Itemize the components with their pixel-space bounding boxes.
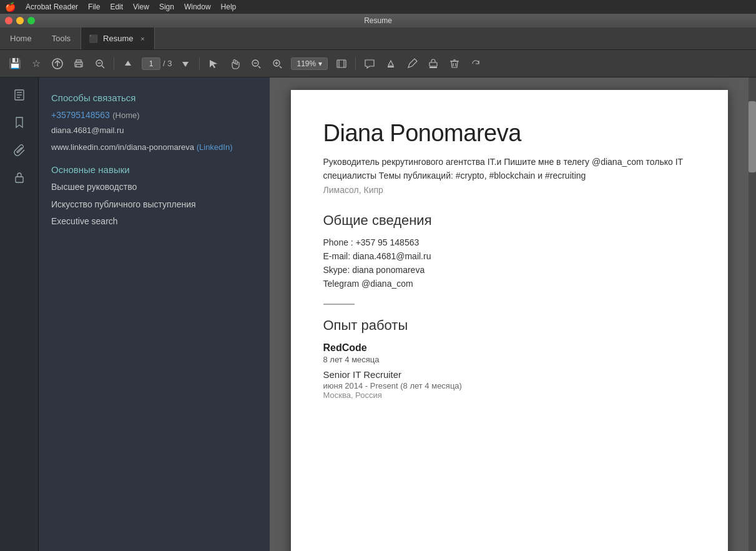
- work-duration: 8 лет 4 месяца: [323, 355, 695, 364]
- menu-view[interactable]: View: [133, 2, 149, 11]
- work-dates: июня 2014 - Present (8 лет 4 месяца): [323, 381, 695, 390]
- skill-item-1: Высшее руководство: [51, 181, 257, 194]
- zoom-level-value: 119%: [297, 59, 316, 68]
- highlight-button[interactable]: [383, 56, 398, 71]
- work-company: RedCode: [323, 342, 695, 354]
- work-title: Senior IT Recruiter: [323, 369, 695, 380]
- page-number-input[interactable]: [142, 57, 160, 70]
- work-city: Москва, Россия: [323, 390, 695, 400]
- skill-item-2: Искусство публичного выступления: [51, 199, 257, 211]
- zoom-out-button[interactable]: [248, 56, 263, 71]
- tab-close-button[interactable]: ×: [138, 34, 147, 43]
- resume-subtitle: Руководитель рекрутингового агентства IT…: [323, 156, 695, 182]
- cursor-tool-button[interactable]: [206, 56, 221, 71]
- toolbar: 💾 ☆ / 3 119% ▾: [0, 50, 756, 77]
- svg-marker-8: [182, 62, 189, 67]
- zoom-fit-button[interactable]: [92, 56, 107, 71]
- tab-document[interactable]: ⬛ Resume ×: [81, 27, 155, 49]
- pdf-icon: ⬛: [89, 34, 98, 43]
- fit-page-button[interactable]: [334, 56, 349, 71]
- tab-home[interactable]: Home: [0, 27, 42, 49]
- close-button[interactable]: [5, 17, 12, 24]
- menu-sign[interactable]: Sign: [159, 2, 174, 11]
- page-total: / 3: [163, 59, 172, 68]
- rotate-button[interactable]: [468, 56, 483, 71]
- scrollbar-thumb[interactable]: [749, 101, 756, 172]
- pdf-page: Diana Ponomareva Руководитель рекрутинго…: [291, 90, 728, 551]
- bookmark-button[interactable]: ☆: [29, 56, 44, 71]
- sidebar-email: diana.4681@mail.ru: [51, 126, 257, 135]
- svg-marker-9: [210, 60, 217, 68]
- draw-button[interactable]: [405, 56, 420, 71]
- pdf-content-area[interactable]: Diana Ponomareva Руководитель рекрутинго…: [270, 77, 749, 551]
- linkedin-url[interactable]: www.linkedin.com/in/diana-ponomareva: [51, 142, 194, 152]
- apple-menu[interactable]: 🍎: [5, 2, 16, 12]
- menu-bar: 🍎 Acrobat Reader File Edit View Sign Win…: [0, 0, 756, 14]
- skills-section-title: Основные навыки: [51, 164, 257, 175]
- pages-panel-button[interactable]: [6, 82, 33, 107]
- zoom-dropdown-icon: ▾: [318, 59, 322, 68]
- svg-rect-21: [430, 62, 437, 66]
- svg-rect-17: [337, 60, 346, 67]
- resume-skype-line: Skype: diana ponomareva: [323, 265, 695, 275]
- zoom-in-button[interactable]: [270, 56, 285, 71]
- window-title: Resume: [364, 16, 392, 25]
- window-controls: [5, 17, 35, 24]
- tab-bar: Home Tools ⬛ Resume ×: [0, 27, 756, 50]
- skill-item-3: Executive search: [51, 216, 257, 228]
- svg-line-5: [102, 66, 104, 68]
- phone-container: +35795148563 (Home): [51, 109, 257, 121]
- stamp-button[interactable]: [426, 56, 441, 71]
- delete-button[interactable]: [447, 56, 462, 71]
- linkedin-label: (LinkedIn): [197, 142, 233, 152]
- prev-page-button[interactable]: [120, 56, 135, 71]
- attachments-panel-button[interactable]: [6, 137, 33, 162]
- maximize-button[interactable]: [27, 17, 35, 24]
- svg-line-14: [280, 66, 282, 68]
- phone-label: (Home): [112, 111, 139, 120]
- svg-rect-29: [16, 177, 23, 182]
- svg-line-11: [258, 66, 260, 68]
- svg-rect-3: [76, 64, 81, 67]
- menu-edit[interactable]: Edit: [110, 2, 123, 11]
- save-button[interactable]: 💾: [7, 56, 22, 71]
- resume-phone-line: Phone : +357 95 148563: [323, 237, 695, 247]
- menu-window[interactable]: Window: [184, 2, 211, 11]
- resume-email-line: E-mail: diana.4681@mail.ru: [323, 251, 695, 261]
- pdf-sidebar: Способы связаться +35795148563 (Home) di…: [39, 77, 270, 551]
- svg-marker-7: [125, 61, 131, 66]
- menu-help[interactable]: Help: [221, 2, 237, 11]
- upload-button[interactable]: [50, 56, 65, 71]
- next-page-button[interactable]: [178, 56, 193, 71]
- print-button[interactable]: [71, 56, 86, 71]
- svg-rect-2: [76, 60, 81, 62]
- experience-heading: Опыт работы: [323, 317, 695, 334]
- zoom-level-selector[interactable]: 119% ▾: [291, 57, 328, 70]
- main-area: Способы связаться +35795148563 (Home) di…: [0, 77, 756, 551]
- page-nav: / 3: [142, 57, 172, 70]
- sidebar-phone: +35795148563: [51, 110, 110, 120]
- tab-tools[interactable]: Tools: [42, 27, 81, 49]
- resume-location: Лимасол, Кипр: [323, 185, 695, 195]
- title-bar: Resume: [0, 14, 756, 27]
- general-info-heading: Общие сведения: [323, 212, 695, 229]
- contact-section-title: Способы связаться: [51, 92, 257, 103]
- tab-document-label: Resume: [103, 34, 133, 43]
- resume-telegram-line: Telegram @diana_com: [323, 279, 695, 289]
- toolbar-separator-3: [355, 57, 356, 70]
- vertical-scrollbar[interactable]: [749, 77, 756, 551]
- menu-file[interactable]: File: [88, 2, 100, 11]
- sidebar-linkedin: www.linkedin.com/in/diana-ponomareva (Li…: [51, 142, 257, 152]
- section-divider: [323, 304, 355, 305]
- menu-acrobat[interactable]: Acrobat Reader: [26, 2, 78, 11]
- bookmarks-panel-button[interactable]: [6, 110, 33, 135]
- security-panel-button[interactable]: [6, 165, 33, 190]
- resume-name: Diana Ponomareva: [323, 120, 695, 147]
- minimize-button[interactable]: [16, 17, 24, 24]
- hand-tool-button[interactable]: [227, 56, 242, 71]
- toolbar-separator-2: [199, 57, 200, 70]
- left-icon-sidebar: [0, 77, 39, 551]
- comment-button[interactable]: [362, 56, 377, 71]
- toolbar-separator: [114, 57, 114, 70]
